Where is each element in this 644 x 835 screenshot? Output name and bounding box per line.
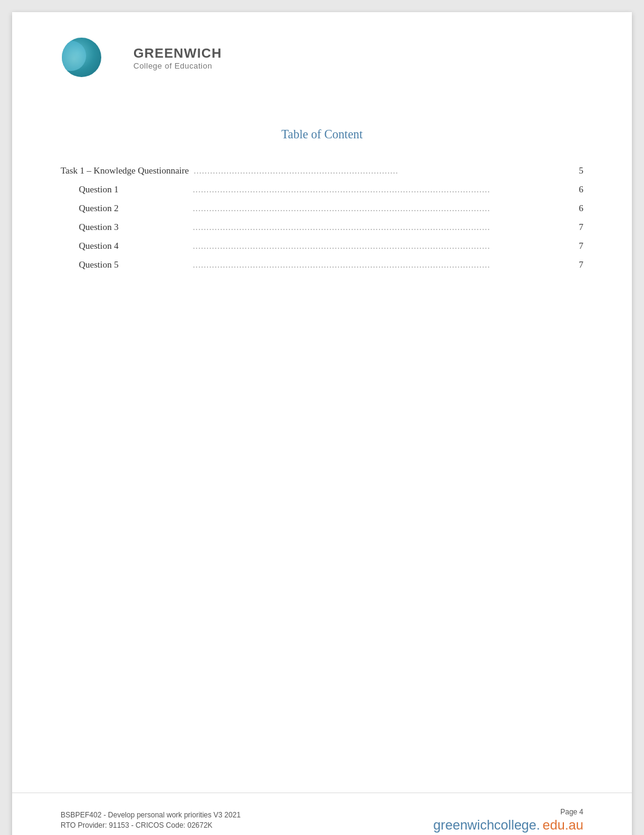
footer-brand-ext: edu.au (543, 817, 583, 833)
footer-line2: RTO Provider: 91153 - CRICOS Code: 02672… (61, 821, 241, 830)
toc-page: 6 (571, 184, 583, 195)
toc-page: 7 (571, 222, 583, 232)
footer-left: BSBPEF402 - Develop personal work priori… (61, 811, 241, 830)
toc-dots: ........................................… (188, 185, 571, 195)
document-page: GREENWICH College of Education Table of … (12, 12, 632, 835)
logo-name-line2: College of Education (133, 61, 222, 70)
toc-row: Question 4 .............................… (61, 241, 583, 251)
logo-icon (61, 36, 127, 79)
footer-brand-main: greenwichcollege. (434, 817, 540, 833)
toc-page: 7 (571, 260, 583, 270)
toc-label: Question 2 (61, 203, 188, 214)
toc-label: Task 1 – Knowledge Questionnaire (61, 166, 189, 176)
footer-page-label: Page 4 (560, 808, 583, 816)
toc-label: Question 3 (61, 222, 188, 232)
toc-dots: ........................................… (189, 166, 571, 176)
toc-row: Question 1 .............................… (61, 184, 583, 195)
toc-label: Question 4 (61, 241, 188, 251)
toc-dots: ........................................… (188, 242, 571, 251)
toc-row: Question 5 .............................… (61, 260, 583, 270)
toc-page: 6 (571, 203, 583, 214)
toc-row: Task 1 – Knowledge Questionnaire .......… (61, 166, 583, 176)
toc-label: Question 5 (61, 260, 188, 270)
logo-text: GREENWICH College of Education (133, 46, 222, 70)
logo-name-line1: GREENWICH (133, 46, 222, 61)
logo-circle (62, 38, 101, 77)
toc-dots: ........................................… (188, 204, 571, 214)
footer-brand: greenwichcollege. edu.au (434, 817, 583, 833)
toc-entries: Task 1 – Knowledge Questionnaire .......… (61, 166, 583, 270)
footer-line1: BSBPEF402 - Develop personal work priori… (61, 811, 241, 819)
toc-dots: ........................................… (188, 260, 571, 270)
toc-title-section: Table of Content (61, 127, 583, 141)
toc-label: Question 1 (61, 184, 188, 195)
toc-title: Table of Content (281, 127, 363, 141)
toc-page: 7 (571, 241, 583, 251)
footer-right: Page 4 greenwichcollege. edu.au (434, 808, 583, 833)
page-footer: BSBPEF402 - Develop personal work priori… (12, 793, 632, 835)
toc-row: Question 3 .............................… (61, 222, 583, 232)
page-body: GREENWICH College of Education Table of … (12, 12, 632, 835)
toc-page: 5 (571, 166, 583, 176)
toc-row: Question 2 .............................… (61, 203, 583, 214)
logo-area: GREENWICH College of Education (61, 36, 583, 79)
toc-dots: ........................................… (188, 223, 571, 232)
